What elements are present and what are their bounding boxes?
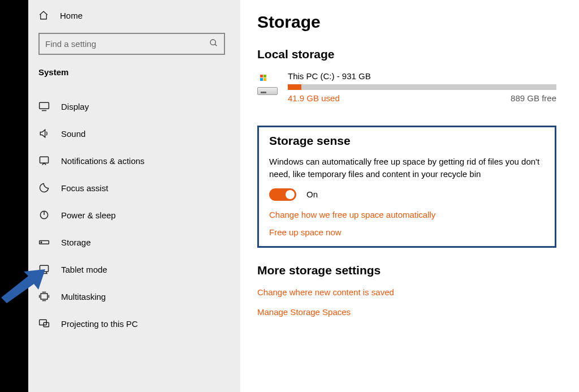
home-icon xyxy=(38,10,49,20)
search-icon xyxy=(209,38,218,49)
sidebar-item-projecting[interactable]: Projecting to this PC xyxy=(28,310,240,337)
link-change-where-saved[interactable]: Change where new content is saved xyxy=(257,287,556,297)
sidebar-item-display[interactable]: Display xyxy=(28,93,240,120)
sidebar-item-label: Focus assist xyxy=(61,183,108,193)
page-title: Storage xyxy=(257,12,556,32)
storage-sense-toggle[interactable] xyxy=(269,188,296,201)
link-manage-storage-spaces[interactable]: Manage Storage Spaces xyxy=(257,307,556,317)
power-icon xyxy=(38,209,50,221)
sidebar-item-label: Notifications & actions xyxy=(61,156,145,166)
tablet-icon xyxy=(38,264,50,275)
svg-rect-10 xyxy=(41,294,47,299)
sidebar-item-label: Multitasking xyxy=(61,292,106,301)
usage-bar xyxy=(288,84,556,90)
content-pane: Storage Local storage This PC (C:) - 931… xyxy=(240,0,579,392)
sidebar-item-label: Display xyxy=(61,102,89,111)
local-storage-heading: Local storage xyxy=(257,48,556,61)
svg-rect-9 xyxy=(40,265,49,272)
multitasking-icon xyxy=(38,291,50,302)
svg-line-1 xyxy=(215,44,217,46)
search-settings-input[interactable] xyxy=(38,33,225,55)
sidebar-item-notifications[interactable]: Notifications & actions xyxy=(28,147,240,174)
storage-sense-heading: Storage sense xyxy=(269,134,545,148)
home-label: Home xyxy=(60,11,83,20)
left-black-bar xyxy=(0,0,28,392)
sidebar-item-label: Power & sleep xyxy=(61,210,116,220)
link-change-auto[interactable]: Change how we free up space automaticall… xyxy=(269,210,545,219)
svg-rect-2 xyxy=(40,102,49,109)
more-settings-heading: More storage settings xyxy=(257,264,556,277)
projecting-icon xyxy=(38,318,50,329)
sidebar-item-multitasking[interactable]: Multitasking xyxy=(28,283,240,310)
sidebar-item-tablet-mode[interactable]: Tablet mode xyxy=(28,256,240,283)
sidebar-item-label: Sound xyxy=(61,129,85,139)
free-label: 889 GB free xyxy=(511,93,556,103)
sound-icon xyxy=(38,128,50,139)
sidebar-item-focus-assist[interactable]: Focus assist xyxy=(28,174,240,201)
drive-row[interactable]: This PC (C:) - 931 GB 41.9 GB used 889 G… xyxy=(257,71,556,103)
settings-sidebar: Home System Display Sound xyxy=(28,0,240,392)
storage-icon xyxy=(38,236,50,248)
svg-rect-4 xyxy=(40,157,49,163)
focus-icon xyxy=(38,182,50,193)
svg-point-8 xyxy=(41,242,42,243)
storage-sense-highlight: Storage sense Windows can automatically … xyxy=(257,126,556,248)
sidebar-category: System xyxy=(28,67,240,93)
svg-point-0 xyxy=(210,40,215,45)
sidebar-item-label: Tablet mode xyxy=(61,265,107,274)
home-nav[interactable]: Home xyxy=(28,10,240,33)
used-label: 41.9 GB used xyxy=(288,93,340,103)
drive-icon xyxy=(257,75,278,95)
sidebar-item-sound[interactable]: Sound xyxy=(28,120,240,147)
notifications-icon xyxy=(38,155,50,166)
sidebar-item-label: Storage xyxy=(61,238,91,247)
drive-name: This PC (C:) - 931 GB xyxy=(288,71,556,81)
sidebar-item-label: Projecting to this PC xyxy=(61,319,138,329)
link-free-now[interactable]: Free up space now xyxy=(269,227,545,237)
sidebar-item-storage[interactable]: Storage xyxy=(28,229,240,256)
search-field[interactable] xyxy=(45,39,209,49)
storage-sense-description: Windows can automatically free up space … xyxy=(269,156,545,180)
sidebar-item-power-sleep[interactable]: Power & sleep xyxy=(28,201,240,229)
toggle-label: On xyxy=(306,189,318,199)
display-icon xyxy=(38,101,50,112)
